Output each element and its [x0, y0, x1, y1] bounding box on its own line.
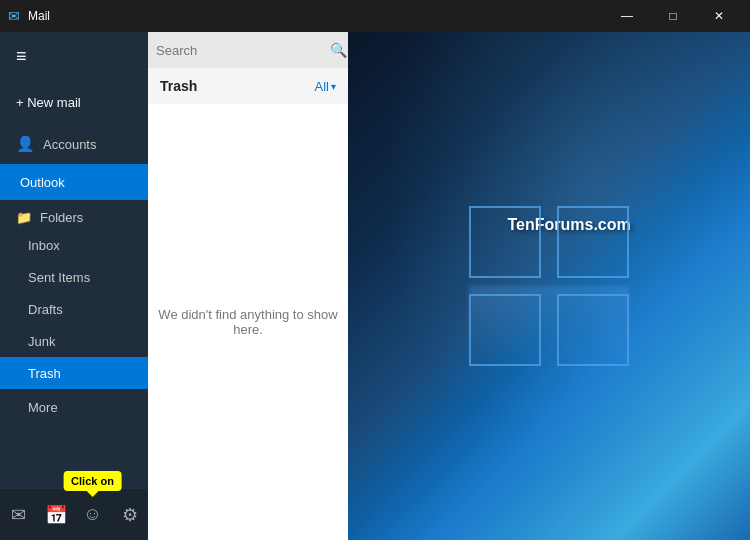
drafts-label: Drafts — [28, 302, 63, 317]
desktop-area: TenForums.com — [348, 32, 750, 540]
calendar-icon: 📅 — [45, 504, 67, 526]
click-tooltip: Click on — [63, 471, 122, 491]
minimize-button[interactable]: — — [604, 0, 650, 32]
empty-message: We didn't find anything to show here. — [148, 307, 348, 337]
sidebar: ≡ + New mail 👤 Accounts Outlook 📁 Folder… — [0, 32, 148, 540]
sent-label: Sent Items — [28, 270, 90, 285]
title-bar: ✉ Mail — □ ✕ — [0, 0, 750, 32]
outlook-label: Outlook — [20, 175, 65, 190]
search-button[interactable]: 🔍 — [330, 42, 347, 58]
all-filter-label: All — [315, 79, 329, 94]
folder-inbox[interactable]: Inbox — [0, 229, 148, 261]
person-icon: 👤 — [16, 135, 35, 153]
calendar-nav-button[interactable]: 📅 — [38, 497, 74, 533]
people-tooltip-container: Click on ☺ — [75, 497, 111, 533]
mail-icon: ✉ — [11, 504, 26, 526]
folder-trash[interactable]: Trash — [0, 357, 148, 389]
more-item[interactable]: More — [0, 389, 148, 425]
folder-sent[interactable]: Sent Items — [0, 261, 148, 293]
folder-title: Trash — [160, 78, 197, 94]
app-icon: ✉ — [8, 8, 20, 24]
accounts-label: Accounts — [43, 137, 96, 152]
mail-nav-button[interactable]: ✉ — [1, 497, 37, 533]
folder-junk[interactable]: Junk — [0, 325, 148, 357]
search-input[interactable] — [156, 43, 324, 58]
win-pane-top-left — [469, 206, 541, 278]
trash-label: Trash — [28, 366, 61, 381]
all-filter-button[interactable]: All ▾ — [315, 79, 336, 94]
windows-logo — [469, 206, 629, 366]
folders-label: Folders — [40, 210, 83, 225]
search-icon: 🔍 — [330, 42, 347, 58]
people-icon: ☺ — [83, 504, 101, 525]
logo-reflection — [469, 286, 629, 366]
inbox-label: Inbox — [28, 238, 60, 253]
junk-label: Junk — [28, 334, 55, 349]
more-label: More — [28, 400, 58, 415]
search-bar: 🔍 ↻ ≡ — [148, 32, 348, 68]
settings-nav-button[interactable]: ⚙ — [112, 497, 148, 533]
close-button[interactable]: ✕ — [696, 0, 742, 32]
win-pane-top-right — [557, 206, 629, 278]
folders-header: 📁 Folders — [0, 200, 148, 229]
folder-icon: 📁 — [16, 210, 32, 225]
new-mail-button[interactable]: + New mail — [0, 80, 148, 124]
sidebar-bottom: ✉ 📅 Click on ☺ ⚙ — [0, 488, 148, 540]
sidebar-top: ≡ + New mail 👤 Accounts Outlook 📁 Folder… — [0, 32, 148, 488]
desktop-background: TenForums.com — [348, 32, 750, 540]
title-bar-controls: — □ ✕ — [604, 0, 742, 32]
chevron-down-icon: ▾ — [331, 81, 336, 92]
main-area: ≡ + New mail 👤 Accounts Outlook 📁 Folder… — [0, 32, 750, 540]
accounts-button[interactable]: 👤 Accounts — [0, 124, 148, 164]
content-body: We didn't find anything to show here. — [148, 104, 348, 540]
settings-icon: ⚙ — [122, 504, 138, 526]
title-bar-left: ✉ Mail — [8, 8, 50, 24]
new-mail-label: + New mail — [16, 95, 81, 110]
maximize-button[interactable]: □ — [650, 0, 696, 32]
outlook-item[interactable]: Outlook — [0, 164, 148, 200]
content-pane: 🔍 ↻ ≡ Trash All ▾ We didn't find anythin… — [148, 32, 348, 540]
hamburger-button[interactable]: ≡ — [0, 32, 148, 80]
hamburger-icon: ≡ — [16, 46, 27, 67]
trash-header: Trash All ▾ — [148, 68, 348, 104]
app-title: Mail — [28, 9, 50, 23]
folder-drafts[interactable]: Drafts — [0, 293, 148, 325]
